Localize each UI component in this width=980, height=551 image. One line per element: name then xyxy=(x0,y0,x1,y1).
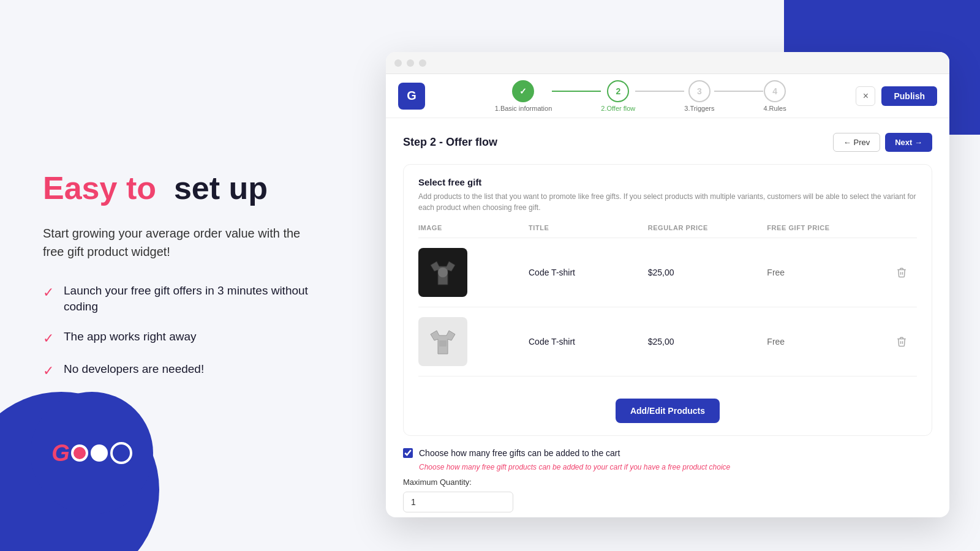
step-connector-2 xyxy=(635,91,684,92)
product-price-1: $25,00 xyxy=(648,268,767,277)
checkmark-icon-2: ✓ xyxy=(43,329,54,348)
delete-button-1[interactable] xyxy=(886,267,917,278)
chrome-dot-3 xyxy=(419,59,426,67)
product-image-2 xyxy=(418,317,529,366)
right-panel: G ✓ 1.Basic information 2 2.Offer flow 3 xyxy=(355,0,980,551)
section-title: Select free gift xyxy=(418,177,917,187)
checkbox-label: Choose how many free gifts can be added … xyxy=(419,448,620,458)
logo-circle: G xyxy=(31,392,153,514)
next-button[interactable]: Next → xyxy=(885,133,932,152)
app-header: G ✓ 1.Basic information 2 2.Offer flow 3 xyxy=(386,74,949,118)
product-table: IMAGE TITLE REGULAR PRICE FREE GIFT PRIC… xyxy=(418,224,917,377)
feature-text-2: The app works right away xyxy=(64,329,197,345)
product-title-2: Code T-shirt xyxy=(529,337,648,347)
feature-item-2: ✓ The app works right away xyxy=(43,329,312,348)
free-gifts-checkbox[interactable] xyxy=(403,448,413,458)
step-label-3: 3.Triggers xyxy=(684,105,714,112)
table-header: IMAGE TITLE REGULAR PRICE FREE GIFT PRIC… xyxy=(418,224,917,238)
feature-text-3: No developers are needed! xyxy=(64,361,204,378)
step-circle-2: 2 xyxy=(607,80,629,102)
step-circle-3: 3 xyxy=(688,80,710,102)
logo-area: G xyxy=(31,392,153,514)
window-chrome xyxy=(386,52,949,74)
step-circle-4: 4 xyxy=(764,80,786,102)
checkbox-hint: Choose how many free gift products can b… xyxy=(419,463,932,471)
step-item-3: 3 3.Triggers xyxy=(684,80,714,112)
step-label-2: 2.Offer flow xyxy=(601,105,635,112)
checkbox-section: Choose how many free gifts can be added … xyxy=(403,448,932,512)
close-button[interactable]: × xyxy=(856,86,875,106)
left-panel: Easy to set up Start growing your averag… xyxy=(0,0,355,551)
svg-point-0 xyxy=(438,268,448,277)
col-free-gift-price: FREE GIFT PRICE xyxy=(767,224,886,231)
max-qty-input[interactable] xyxy=(403,492,513,512)
tshirt-icon-2 xyxy=(424,323,461,360)
hero-title-easy: Easy to xyxy=(43,170,156,206)
select-free-gift-section: Select free gift Add products to the lis… xyxy=(403,164,932,436)
logo-dot-white-1 xyxy=(91,444,108,462)
delete-button-2[interactable] xyxy=(886,336,917,347)
checkmark-icon-3: ✓ xyxy=(43,362,54,381)
col-image: IMAGE xyxy=(418,224,529,231)
step-label-4: 4.Rules xyxy=(763,105,786,112)
section-description: Add products to the list that you want t… xyxy=(418,191,917,213)
feature-list: ✓ Launch your free gift offers in 3 minu… xyxy=(43,283,312,381)
col-actions xyxy=(886,224,917,231)
app-content: Step 2 - Offer flow ← Prev Next → Select… xyxy=(386,118,949,517)
header-actions: × Publish xyxy=(856,86,937,106)
step-item-4: 4 4.Rules xyxy=(763,80,786,112)
step-connector-1 xyxy=(552,91,601,92)
add-edit-products-button[interactable]: Add/Edit Products xyxy=(616,399,720,423)
product-price-2: $25,00 xyxy=(648,337,767,347)
step-title: Step 2 - Offer flow xyxy=(403,136,497,149)
tshirt-icon-1 xyxy=(424,254,461,291)
product-image-light xyxy=(418,317,467,366)
logo-inner: G xyxy=(51,440,132,467)
max-qty-label: Maximum Quantity: xyxy=(403,478,932,487)
chrome-dot-2 xyxy=(407,59,414,67)
feature-text-1: Launch your free gift offers in 3 minute… xyxy=(64,283,312,315)
hero-subtitle: Start growing your average order value w… xyxy=(43,224,312,261)
checkbox-row: Choose how many free gifts can be added … xyxy=(403,448,932,458)
publish-button[interactable]: Publish xyxy=(881,86,937,106)
step-connector-3 xyxy=(714,91,763,92)
checkmark-icon-1: ✓ xyxy=(43,283,54,302)
step-circle-1: ✓ xyxy=(512,80,534,102)
nav-buttons: ← Prev Next → xyxy=(833,133,932,152)
step-item-1: ✓ 1.Basic information xyxy=(495,80,552,112)
product-title-1: Code T-shirt xyxy=(529,268,648,277)
stepper: ✓ 1.Basic information 2 2.Offer flow 3 3… xyxy=(437,80,843,112)
table-row: Code T-shirt $25,00 Free xyxy=(418,238,917,307)
app-logo-badge: G xyxy=(398,83,425,110)
app-window: G ✓ 1.Basic information 2 2.Offer flow 3 xyxy=(386,52,949,517)
feature-item-3: ✓ No developers are needed! xyxy=(43,361,312,381)
feature-item-1: ✓ Launch your free gift offers in 3 minu… xyxy=(43,283,312,315)
hero-title-setup: set up xyxy=(174,170,268,206)
step-item-2: 2 2.Offer flow xyxy=(601,80,635,112)
step-header: Step 2 - Offer flow ← Prev Next → xyxy=(403,133,932,152)
logo-circles xyxy=(71,442,132,464)
svg-rect-1 xyxy=(439,340,447,347)
hero-title: Easy to set up xyxy=(43,170,312,207)
product-image-black xyxy=(418,248,467,297)
logo-g-letter: G xyxy=(51,440,70,467)
logo-dot-red xyxy=(71,444,88,462)
step-label-1: 1.Basic information xyxy=(495,105,552,112)
prev-button[interactable]: ← Prev xyxy=(833,133,880,152)
col-title: TITLE xyxy=(529,224,648,231)
col-regular-price: REGULAR PRICE xyxy=(648,224,767,231)
table-row: Code T-shirt $25,00 Free xyxy=(418,307,917,377)
product-free-1: Free xyxy=(767,268,886,277)
logo-dot-white-2 xyxy=(110,442,132,464)
product-image-1 xyxy=(418,248,529,297)
product-free-2: Free xyxy=(767,337,886,347)
chrome-dot-1 xyxy=(394,59,402,67)
